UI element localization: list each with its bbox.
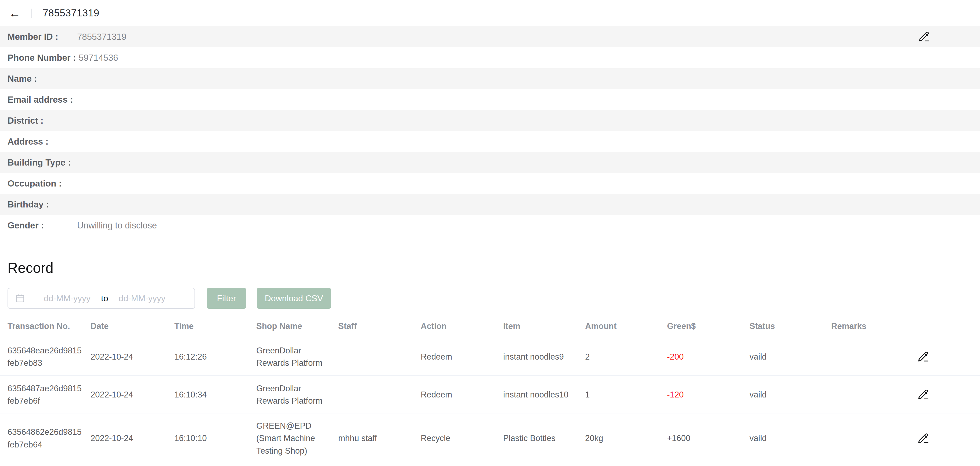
edit-pencil-icon xyxy=(917,389,929,401)
cell-shop-name: GreenDollar Rewards Platform xyxy=(256,345,338,370)
cell-status: vaild xyxy=(749,389,831,401)
cell-time: 16:10:34 xyxy=(174,389,256,401)
table-row: 635648eae26d9815feb7eb83 2022-10-24 16:1… xyxy=(0,338,980,376)
cell-item: instant noodles10 xyxy=(503,389,585,401)
cell-action: Redeem xyxy=(421,389,503,401)
field-label: Phone Number : xyxy=(8,53,79,63)
edit-record-button[interactable] xyxy=(913,389,929,401)
profile-row-member-id: Member ID : 7855371319 xyxy=(0,26,980,47)
cell-shop-name: GREEN@EPD (Smart Machine Testing Shop) xyxy=(256,420,338,457)
cell-item: Plastic Bottles xyxy=(503,432,585,445)
table-row: 63564862e26d9815feb7eb64 2022-10-24 16:1… xyxy=(0,414,980,463)
profile-row-email: Email address : xyxy=(0,89,980,110)
cell-green-dollars: -120 xyxy=(667,389,749,401)
cell-staff: mhhu staff xyxy=(338,432,421,445)
cell-status: vaild xyxy=(749,432,831,445)
profile-row-building-type: Building Type : xyxy=(0,152,980,173)
cell-transaction-no: 63564862e26d9815feb7eb64 xyxy=(8,426,91,451)
field-label: Email address : xyxy=(8,94,77,105)
profile-row-phone: Phone Number : 59714536 xyxy=(0,47,980,68)
col-item: Item xyxy=(503,320,585,333)
edit-record-button[interactable] xyxy=(913,351,929,363)
profile-row-address: Address : xyxy=(0,131,980,152)
field-label: Address : xyxy=(8,137,77,147)
cell-item: instant noodles9 xyxy=(503,351,585,363)
col-staff: Staff xyxy=(338,320,421,333)
edit-member-button[interactable] xyxy=(918,30,930,43)
field-label: Gender : xyxy=(8,220,77,231)
field-value: Unwilling to disclose xyxy=(77,220,157,231)
profile-row-occupation: Occupation : xyxy=(0,173,980,194)
col-amount: Amount xyxy=(585,320,667,333)
col-time: Time xyxy=(174,320,256,333)
col-remarks: Remarks xyxy=(831,320,913,333)
profile-row-name: Name : xyxy=(0,68,980,89)
cell-action: Recycle xyxy=(421,432,503,445)
edit-pencil-icon xyxy=(918,30,930,43)
field-label: Birthday : xyxy=(8,199,77,210)
calendar-icon xyxy=(15,293,25,303)
download-csv-button[interactable]: Download CSV xyxy=(257,288,331,309)
cell-amount: 20kg xyxy=(585,432,667,445)
cell-amount: 2 xyxy=(585,351,667,363)
topbar: ← 7855371319 xyxy=(0,0,980,19)
field-label: Occupation : xyxy=(8,179,77,189)
filter-button[interactable]: Filter xyxy=(207,288,246,309)
cell-date: 2022-10-24 xyxy=(91,389,174,401)
profile-row-district: District : xyxy=(0,110,980,131)
record-table: Transaction No. Date Time Shop Name Staf… xyxy=(0,315,980,463)
page-title: 7855371319 xyxy=(43,8,99,19)
field-label: Name : xyxy=(8,73,77,84)
field-value: 7855371319 xyxy=(77,32,127,42)
profile-row-birthday: Birthday : xyxy=(0,194,980,215)
col-action: Action xyxy=(421,320,503,333)
date-range-picker[interactable]: to xyxy=(8,288,195,309)
date-to-input[interactable] xyxy=(110,294,174,303)
record-section-title: Record xyxy=(8,260,980,276)
cell-time: 16:10:10 xyxy=(174,432,256,445)
cell-action: Redeem xyxy=(421,351,503,363)
profile-row-gender: Gender : Unwilling to disclose xyxy=(0,215,980,236)
date-from-input[interactable] xyxy=(35,294,99,303)
edit-record-button[interactable] xyxy=(913,432,929,445)
col-status: Status xyxy=(749,320,831,333)
cell-amount: 1 xyxy=(585,389,667,401)
field-label: Building Type : xyxy=(8,158,77,168)
record-filter-bar: to Filter Download CSV xyxy=(8,288,980,309)
field-label: District : xyxy=(8,116,77,126)
topbar-divider xyxy=(32,9,32,18)
col-transaction-no: Transaction No. xyxy=(8,320,91,333)
cell-green-dollars: +1600 xyxy=(667,432,749,445)
cell-shop-name: GreenDollar Rewards Platform xyxy=(256,382,338,407)
cell-transaction-no: 635648eae26d9815feb7eb83 xyxy=(8,345,91,370)
cell-status: vaild xyxy=(749,351,831,363)
edit-pencil-icon xyxy=(917,432,929,445)
date-range-separator: to xyxy=(99,294,110,303)
cell-time: 16:12:26 xyxy=(174,351,256,363)
cell-green-dollars: -200 xyxy=(667,351,749,363)
col-green-dollars: Green$ xyxy=(667,320,749,333)
cell-date: 2022-10-24 xyxy=(91,351,174,363)
member-profile-list: Member ID : 7855371319 Phone Number : 59… xyxy=(0,26,980,236)
back-arrow-icon[interactable]: ← xyxy=(9,7,21,19)
edit-pencil-icon xyxy=(917,351,929,363)
table-row: 6356487ae26d9815feb7eb6f 2022-10-24 16:1… xyxy=(0,376,980,414)
field-value: 59714536 xyxy=(79,53,118,63)
cell-transaction-no: 6356487ae26d9815feb7eb6f xyxy=(8,382,91,407)
cell-date: 2022-10-24 xyxy=(91,432,174,445)
col-shop-name: Shop Name xyxy=(256,320,338,333)
col-date: Date xyxy=(91,320,174,333)
table-header-row: Transaction No. Date Time Shop Name Staf… xyxy=(0,315,980,338)
field-label: Member ID : xyxy=(8,32,77,42)
